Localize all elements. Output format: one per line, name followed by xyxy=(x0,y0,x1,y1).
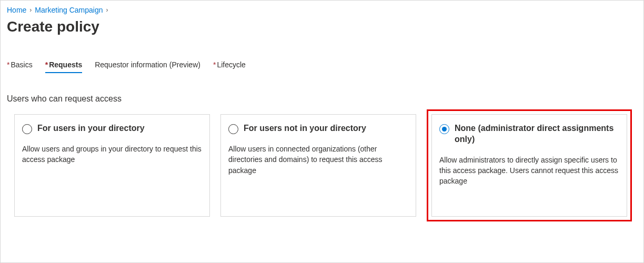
tab-bar: *Basics *Requests Requestor information … xyxy=(7,60,637,73)
chevron-right-icon: › xyxy=(106,6,108,14)
tab-requestor-information[interactable]: Requestor information (Preview) xyxy=(95,60,200,73)
card-title: None (administrator direct assignments o… xyxy=(455,123,619,145)
section-heading: Users who can request access xyxy=(7,94,637,104)
card-header: None (administrator direct assignments o… xyxy=(439,123,619,145)
card-title: For users not in your directory xyxy=(244,123,366,134)
breadcrumb-marketing-campaign[interactable]: Marketing Campaign xyxy=(35,6,103,14)
card-description: Allow users and groups in your directory… xyxy=(22,144,202,165)
radio-button[interactable] xyxy=(439,124,449,134)
card-description: Allow administrators to directly assign … xyxy=(439,155,619,187)
tab-requests[interactable]: *Requests xyxy=(45,60,82,73)
required-marker: * xyxy=(45,60,48,69)
tab-label: Requestor information (Preview) xyxy=(95,60,200,69)
tab-basics[interactable]: *Basics xyxy=(7,60,33,73)
chevron-right-icon: › xyxy=(29,6,32,14)
option-cards: For users in your directory Allow users … xyxy=(7,114,637,221)
tab-lifecycle[interactable]: *Lifecycle xyxy=(213,60,246,73)
card-header: For users in your directory xyxy=(22,123,202,134)
option-card-in-directory[interactable]: For users in your directory Allow users … xyxy=(14,114,210,217)
card-description: Allow users in connected organizations (… xyxy=(228,144,408,176)
tab-label: Basics xyxy=(11,60,32,69)
required-marker: * xyxy=(7,60,9,69)
radio-button[interactable] xyxy=(22,124,32,134)
card-title: For users in your directory xyxy=(37,123,145,134)
card-header: For users not in your directory xyxy=(228,123,408,134)
option-card-not-in-directory[interactable]: For users not in your directory Allow us… xyxy=(220,114,416,217)
breadcrumb-home[interactable]: Home xyxy=(7,6,26,14)
highlighted-selection: None (administrator direct assignments o… xyxy=(427,109,632,221)
tab-label: Lifecycle xyxy=(217,60,245,69)
page-title: Create policy xyxy=(7,18,637,35)
tab-label: Requests xyxy=(49,60,82,69)
required-marker: * xyxy=(213,60,216,69)
breadcrumb: Home › Marketing Campaign › xyxy=(7,6,637,14)
option-card-none[interactable]: None (administrator direct assignments o… xyxy=(431,114,627,217)
radio-button[interactable] xyxy=(228,124,238,134)
